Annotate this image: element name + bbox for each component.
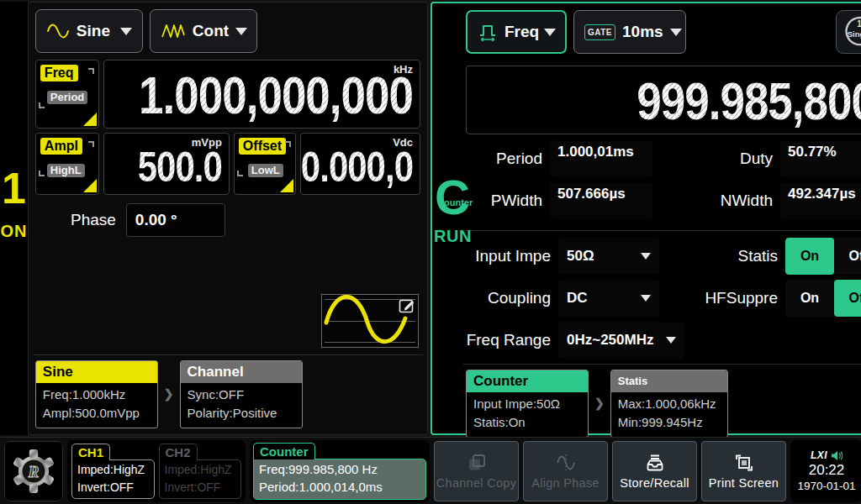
counter-card-title: Counter [253, 443, 315, 459]
frequency-display[interactable]: kHz 1.000,000,000 [103, 60, 420, 129]
channel-copy-button[interactable]: Channel Copy [434, 441, 519, 501]
gate-time-select[interactable]: GATE 10ms [573, 10, 686, 54]
statis-toggle: On Off [785, 238, 861, 275]
spacer [35, 239, 420, 294]
ch2-impedance: Imped:HighZ [165, 461, 236, 479]
pwidth-label: PWidth [466, 192, 550, 210]
ch1-impedance: Imped:HighZ [77, 461, 149, 479]
print-screen-icon [733, 452, 755, 474]
coupling-dropdown[interactable]: DC [558, 280, 659, 317]
statis-label: Statis [659, 247, 785, 265]
duty-label: Duty [669, 150, 780, 168]
ch1-status-card[interactable]: CH1 Imped:HighZ Invert:OFF [71, 444, 155, 499]
ch2-status-card[interactable]: CH2 Imped:HighZ Invert:OFF [159, 444, 242, 499]
continuous-wave-icon [161, 21, 186, 41]
edit-waveform-icon[interactable] [398, 297, 416, 315]
tab-channel[interactable]: Channel Sync:OFF Polarity:Positive [180, 360, 303, 428]
single-trigger-icon: 1 Single [841, 13, 861, 50]
gate-badge: GATE [584, 24, 615, 40]
input-impedance-dropdown[interactable]: 50Ω [558, 238, 659, 275]
run-mode-select[interactable]: Cont [150, 9, 257, 53]
print-screen-label: Print Screen [709, 476, 779, 490]
counter-frequency-display[interactable]: Hz 999.985,800 [466, 66, 861, 134]
counter-header-row: Freq GATE 10ms 1 Single [466, 10, 861, 54]
waveform-mode-row: Sine Cont [35, 9, 420, 53]
phase-label: Phase [35, 211, 126, 229]
freq-range-dropdown[interactable]: 0Hz~250MHz [558, 322, 684, 359]
ch2-card-title: CH2 [159, 444, 198, 460]
ch1-invert: Invert:OFF [77, 479, 149, 496]
gate-time-label: 10ms [622, 23, 663, 41]
system-date: 1970-01-01 [797, 480, 855, 492]
bottom-status-bar: R CH1 Imped:HighZ Invert:OFF CH2 Imped:H… [0, 437, 861, 504]
chevron-down-icon [670, 29, 682, 36]
corner-bracket-icon [39, 102, 45, 108]
counter-info-tabs: Counter Input Impe:50Ω Statis:On ❯ Stati… [466, 365, 861, 437]
sine-freq-summary: Freq:1.000kHz [43, 386, 151, 405]
highl-param-label: HighL [47, 164, 85, 177]
tab-counter-title: Counter [467, 370, 588, 392]
offset-display[interactable]: Vdc 0.000,0 [300, 133, 420, 195]
counter-sidebar[interactable]: C ounter RUN [432, 3, 466, 433]
channel-on-status: ON [0, 222, 27, 241]
print-screen-button[interactable]: Print Screen [701, 441, 786, 501]
lowl-param-label: LowL [248, 164, 283, 177]
statis-max-summary: Max:1.000,06kHz [618, 395, 721, 414]
channel1-sidebar[interactable]: 1 ON [0, 2, 28, 435]
tab-channel-title: Channel [181, 361, 302, 383]
waveform-preview[interactable] [321, 294, 419, 348]
offset-value: 0.000,0 [301, 144, 413, 192]
statis-on-button[interactable]: On [785, 238, 834, 275]
hfsuppre-on-button[interactable]: On [785, 280, 834, 317]
tab-channel-body: Sync:OFF Polarity:Positive [181, 383, 302, 428]
gear-logo-icon: R [9, 447, 58, 496]
counter-card-body: Freq:999.985,800 Hz Period:1.000,014,0ms [253, 459, 426, 500]
lxi-logo: LXI [811, 449, 827, 461]
main-panels: 1 ON Sine Cont [0, 0, 861, 437]
channel1-panel: 1 ON Sine Cont [0, 2, 428, 435]
chevron-down-icon [544, 29, 556, 36]
ampl-highl-param-button[interactable]: Ampl HighL [35, 133, 99, 195]
counter-mode-select[interactable]: Freq [466, 10, 567, 54]
instrument-screen: 1 ON Sine Cont [0, 0, 861, 504]
channel-polarity-summary: Polarity:Positive [188, 404, 295, 423]
amplitude-display[interactable]: mVpp 500.0 [103, 133, 230, 195]
pwidth-nwidth-row: PWidth 507.666µs NWidth 492.347µs [466, 181, 861, 220]
counter-letter-rest: ounter [444, 197, 473, 207]
system-menu-button[interactable]: R [4, 441, 63, 501]
amplitude-value: 500.0 [138, 144, 222, 192]
tab-sine-body: Freq:1.000kHz Ampl:500.0mVpp [36, 383, 157, 428]
single-trigger-button[interactable]: 1 Single [836, 10, 861, 54]
coupling-label: Coupling [466, 289, 558, 307]
tab-sine[interactable]: Sine Freq:1.000kHz Ampl:500.0mVpp [35, 360, 158, 428]
corner-bracket-icon [285, 141, 291, 147]
store-recall-button[interactable]: Store/Recall [612, 441, 697, 501]
counter-status-card[interactable]: Counter Freq:999.985,800 Hz Period:1.000… [250, 440, 430, 502]
pulse-icon [478, 21, 499, 43]
store-recall-label: Store/Recall [620, 476, 689, 490]
chevron-right-icon: ❯ [594, 396, 605, 410]
counter-card: Counter Freq:999.985,800 Hz Period:1.000… [253, 443, 426, 500]
waveform-select[interactable]: Sine [35, 9, 143, 53]
input-impedance-value: 50Ω [567, 248, 594, 265]
offset-lowl-param-button[interactable]: Offset LowL [234, 133, 296, 195]
freq-period-param-button[interactable]: Freq Period [35, 60, 99, 129]
align-phase-button[interactable]: Align Phase [523, 441, 608, 501]
hfsuppre-on-label: On [800, 291, 819, 306]
hfsuppre-off-button[interactable]: Off [834, 280, 861, 317]
statis-off-button[interactable]: Off [834, 238, 861, 275]
tab-counter[interactable]: Counter Input Impe:50Ω Statis:On [466, 370, 589, 438]
copy-icon [466, 452, 488, 474]
offset-param-label: Offset [239, 138, 286, 155]
input-impedance-label: Input Impe [466, 247, 558, 265]
tab-statis[interactable]: Statis Max:1.000,06kHz Min:999.945Hz [610, 370, 728, 438]
statis-on-label: On [800, 249, 819, 264]
param-corner-triangle-icon [280, 179, 293, 192]
period-param-label: Period [47, 91, 87, 104]
waveform-select-label: Sine [77, 22, 110, 40]
store-recall-icon [644, 452, 666, 474]
chevron-down-icon [235, 28, 247, 35]
svg-text:Single: Single [848, 29, 861, 39]
phase-input[interactable]: 0.00 ° [126, 203, 225, 237]
hfsuppre-off-label: Off [848, 291, 861, 306]
